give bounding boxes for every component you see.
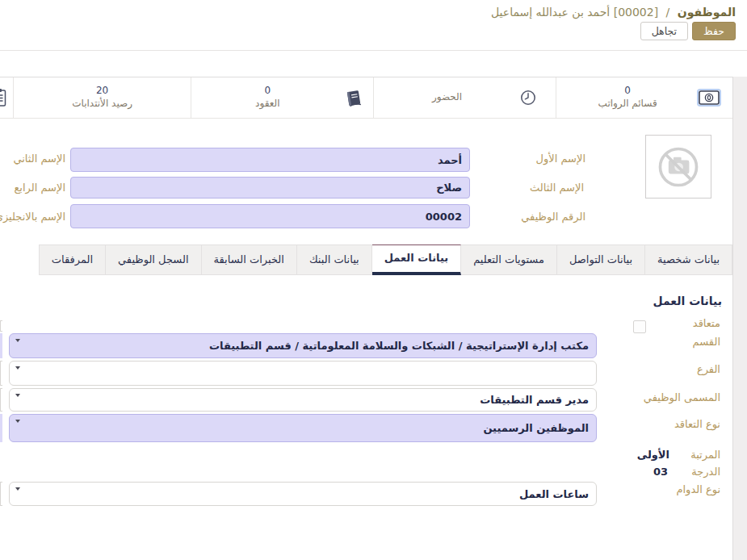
chevron-down-icon: [15, 339, 20, 342]
tab-personal-data[interactable]: بيانات شخصية: [644, 244, 732, 275]
control-panel: الموظفون / [00002] أحمد بن عبدالله إسماع…: [0, 0, 747, 51]
grade-label: الدرجة: [691, 466, 720, 478]
work-section-title: بيانات العمل: [653, 295, 722, 307]
form-sheet: 0 قسائم الرواتب الحضور: [0, 77, 733, 560]
app-window: الموظفون / [00002] أحمد بن عبدالله إسماع…: [0, 0, 747, 560]
page-background: [733, 77, 747, 560]
stat-button-assignment-balance[interactable]: 20 رصيد الأنتدابات: [14, 77, 191, 118]
assignment-balance-count: 20: [96, 85, 108, 98]
branch-select[interactable]: [9, 361, 597, 386]
third-name-label: الإسم الثالث: [530, 182, 584, 194]
job-title-label: المسمى الوظيفي: [644, 391, 720, 403]
job-title-value: مدير قسم التطبيقات: [480, 394, 589, 406]
department-value: مكتب إدارة الإستراتيجية / الشبكات والسلا…: [209, 340, 589, 352]
contract-type-label: نوع التعاقد: [674, 418, 720, 430]
clipped-field-fragment: [0, 388, 2, 412]
rank-value: الأولى: [637, 449, 669, 461]
save-button[interactable]: حفظ: [692, 22, 736, 40]
chevron-down-icon: [15, 394, 20, 397]
payslips-label: قسائم الرواتب: [598, 98, 657, 111]
notebook-tabs: بيانات شخصية بيانات التواصل مستويات التع…: [0, 244, 732, 275]
clock-icon: [520, 90, 536, 106]
banknote-icon: [699, 90, 720, 105]
attendance-label: الحضور: [432, 91, 462, 104]
clipped-field-fragment: [0, 320, 2, 332]
camera-slash-icon: [656, 144, 701, 190]
tab-attachments[interactable]: المرفقات: [39, 244, 106, 275]
first-name-label: الإسم الأول: [536, 153, 585, 165]
second-name-label: الإسم الثاني: [13, 153, 65, 165]
tab-employment-record[interactable]: السجل الوظيفي: [105, 244, 202, 275]
contracts-count: 0: [264, 85, 271, 98]
contracted-label: متعاقد: [693, 317, 720, 329]
breadcrumb-record-name: [00002] أحمد بن عبدالله إسماعيل: [491, 6, 658, 19]
department-label: القسم: [693, 336, 720, 348]
tab-work-data[interactable]: بيانات العمل: [371, 244, 461, 275]
english-name-label: الإسم بالانجليزي: [0, 211, 65, 223]
chevron-down-icon: [15, 420, 20, 423]
contract-type-select[interactable]: الموظفين الرسميين: [9, 414, 597, 442]
breadcrumb: الموظفون / [00002] أحمد بن عبدالله إسماع…: [491, 6, 736, 19]
tab-bank-data[interactable]: بيانات البنك: [296, 244, 372, 275]
stat-button-payslips[interactable]: 0 قسائم الرواتب: [556, 77, 732, 118]
book-icon: [344, 90, 363, 107]
work-schedule-select[interactable]: ساعات العمل: [9, 482, 597, 506]
tab-education-levels[interactable]: مستويات التعليم: [460, 244, 557, 275]
fourth-name-label: الإسم الرابع: [14, 182, 65, 194]
clipped-field-fragment: [0, 333, 2, 358]
stat-button-attendance[interactable]: الحضور: [374, 77, 557, 118]
stat-button-clipped[interactable]: [0, 77, 14, 118]
chevron-down-icon: [15, 487, 20, 491]
first-name-input[interactable]: أحمد: [70, 148, 470, 172]
grade-value: 03: [653, 466, 668, 478]
clipboard-icon: [0, 88, 7, 107]
contract-type-value: الموظفين الرسميين: [483, 422, 589, 434]
work-schedule-value: ساعات العمل: [519, 488, 589, 500]
breadcrumb-separator: /: [666, 6, 670, 19]
stat-button-box: 0 قسائم الرواتب الحضور: [0, 77, 732, 119]
job-title-select[interactable]: مدير قسم التطبيقات: [9, 388, 597, 412]
third-name-input[interactable]: صلاح: [70, 177, 470, 199]
stat-button-contracts[interactable]: 0 العقود: [191, 77, 374, 118]
payslips-count: 0: [624, 85, 631, 98]
employee-avatar[interactable]: [645, 135, 711, 199]
chevron-down-icon: [15, 366, 20, 370]
breadcrumb-employees-link[interactable]: الموظفون: [678, 6, 736, 19]
work-schedule-label: نوع الدوام: [676, 483, 720, 495]
form-action-buttons: حفظ تجاهل: [640, 22, 736, 40]
employee-number-label: الرقم الوظيفي: [521, 211, 585, 223]
clipped-field-fragment: [0, 361, 2, 386]
rank-label: المرتبة: [690, 449, 720, 461]
clipped-field-fragment: [0, 414, 2, 442]
employee-number-input[interactable]: 00002: [70, 204, 470, 228]
clipped-field-fragment: [0, 482, 2, 506]
tab-previous-experience[interactable]: الخبرات السابقة: [201, 244, 297, 275]
tab-contact-data[interactable]: بيانات التواصل: [556, 244, 645, 275]
department-select[interactable]: مكتب إدارة الإستراتيجية / الشبكات والسلا…: [9, 333, 597, 358]
assignment-balance-label: رصيد الأنتدابات: [72, 98, 132, 111]
branch-label: الفرع: [697, 363, 720, 375]
contracts-label: العقود: [255, 98, 279, 111]
discard-button[interactable]: تجاهل: [640, 22, 688, 40]
contracted-checkbox[interactable]: [633, 320, 646, 333]
